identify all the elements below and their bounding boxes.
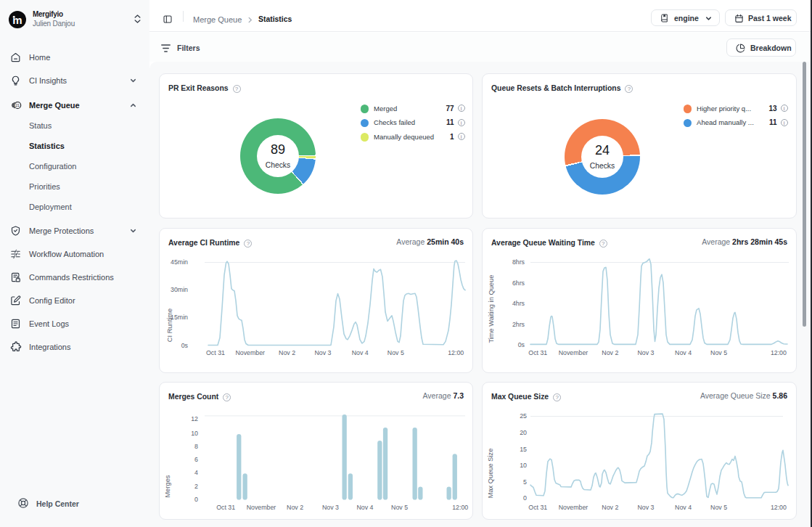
svg-text:Nov 5: Nov 5 xyxy=(710,349,727,356)
svg-text:November: November xyxy=(559,504,589,511)
svg-text:0s: 0s xyxy=(518,341,525,348)
svg-text:25: 25 xyxy=(520,412,527,420)
svg-text:November: November xyxy=(235,349,265,356)
svg-text:Nov 2: Nov 2 xyxy=(602,504,618,511)
svg-text:2hrs: 2hrs xyxy=(512,321,525,328)
svg-text:Nov 4: Nov 4 xyxy=(352,349,369,356)
svg-text:Nov 3: Nov 3 xyxy=(638,349,655,356)
svg-text:15min: 15min xyxy=(171,314,188,321)
svg-text:4: 4 xyxy=(194,469,198,476)
svg-text:Merges: Merges xyxy=(164,475,171,497)
svg-text:4hrs: 4hrs xyxy=(512,300,525,307)
svg-text:Nov 3: Nov 3 xyxy=(315,349,332,356)
svg-text:Nov 2: Nov 2 xyxy=(287,504,303,511)
svg-text:10: 10 xyxy=(191,430,198,437)
svg-text:2: 2 xyxy=(194,483,198,490)
svg-text:Nov 5: Nov 5 xyxy=(710,504,727,511)
svg-text:m: m xyxy=(12,13,22,25)
svg-text:Nov 5: Nov 5 xyxy=(387,349,404,356)
svg-text:Oct 31: Oct 31 xyxy=(216,504,235,511)
svg-text:Oct 31: Oct 31 xyxy=(206,349,225,356)
svg-text:8hrs: 8hrs xyxy=(512,258,525,266)
svg-text:Oct 31: Oct 31 xyxy=(528,504,547,511)
svg-text:Nov 4: Nov 4 xyxy=(675,349,692,356)
svg-text:Max Queue Size: Max Queue Size xyxy=(487,449,494,499)
svg-text:12:00: 12:00 xyxy=(448,349,464,356)
svg-text:0: 0 xyxy=(523,494,527,502)
svg-text:Oct 31: Oct 31 xyxy=(528,349,547,356)
svg-text:Nov 5: Nov 5 xyxy=(391,504,408,511)
svg-text:30min: 30min xyxy=(171,286,188,293)
svg-text:0s: 0s xyxy=(181,342,189,349)
svg-text:12:00: 12:00 xyxy=(771,349,787,356)
svg-text:6: 6 xyxy=(194,456,198,463)
svg-text:November: November xyxy=(247,504,276,511)
svg-text:12: 12 xyxy=(191,415,198,422)
svg-text:CI Runtime: CI Runtime xyxy=(166,309,173,343)
svg-text:5: 5 xyxy=(523,478,527,486)
svg-text:20: 20 xyxy=(520,429,527,436)
svg-text:Nov 3: Nov 3 xyxy=(638,504,655,511)
svg-text:8: 8 xyxy=(194,443,198,450)
svg-text:Nov 4: Nov 4 xyxy=(675,504,692,511)
svg-text:45min: 45min xyxy=(171,258,188,266)
svg-text:Nov 3: Nov 3 xyxy=(322,504,339,511)
svg-text:November: November xyxy=(559,349,589,356)
svg-text:Nov 2: Nov 2 xyxy=(279,349,295,356)
svg-text:6hrs: 6hrs xyxy=(512,279,525,287)
svg-text:21: 21 xyxy=(16,104,20,107)
svg-text:Nov 2: Nov 2 xyxy=(602,349,618,356)
svg-text:15: 15 xyxy=(520,446,527,453)
svg-text:10: 10 xyxy=(520,462,527,469)
svg-text:Time Waiting in Queue: Time Waiting in Queue xyxy=(488,275,495,343)
svg-text:0: 0 xyxy=(194,496,198,503)
svg-text:Nov 4: Nov 4 xyxy=(357,504,374,511)
svg-text:12:00: 12:00 xyxy=(771,504,787,511)
svg-text:12:00: 12:00 xyxy=(452,504,468,511)
